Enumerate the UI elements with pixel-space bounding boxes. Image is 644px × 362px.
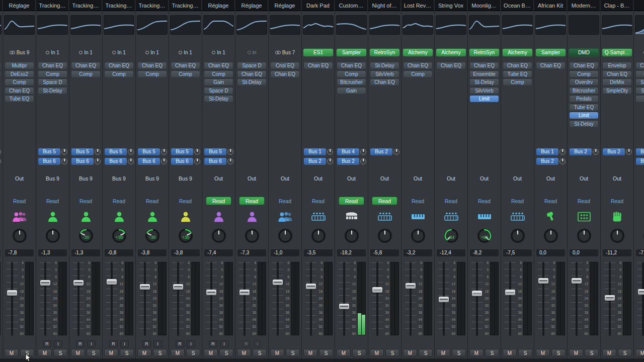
volume-readout[interactable]: -18,2: [337, 249, 366, 256]
solo-button[interactable]: S: [319, 349, 333, 357]
pan-knob[interactable]: +30: [169, 227, 202, 244]
solo-button[interactable]: S: [385, 349, 399, 357]
input-monitor-button[interactable]: I: [120, 340, 129, 347]
send-bus-label[interactable]: Bus 1: [536, 148, 558, 155]
insert-slot[interactable]: St-Delay: [237, 79, 266, 85]
send-bus-label[interactable]: Bus 6: [138, 158, 160, 165]
record-enable-button[interactable]: R: [176, 340, 184, 347]
volume-fader[interactable]: [471, 260, 483, 339]
volume-fader[interactable]: [405, 260, 417, 339]
insert-slot[interactable]: Chan EQ: [470, 62, 499, 69]
pan-knob[interactable]: [601, 227, 633, 244]
record-enable-button[interactable]: R: [242, 340, 251, 347]
send-bus-label[interactable]: Bus 6: [171, 158, 193, 165]
send-level-knob[interactable]: [194, 158, 200, 164]
volume-fader[interactable]: [172, 260, 184, 339]
send-slot[interactable]: Bus 2: [370, 148, 399, 155]
input-slot[interactable]: Alchemy: [403, 49, 433, 56]
record-enable-button[interactable]: R: [76, 340, 85, 347]
send-level-knob[interactable]: [227, 149, 233, 155]
input-monitor-button[interactable]: I: [253, 340, 262, 347]
volume-fader[interactable]: [305, 260, 317, 339]
mute-button[interactable]: M: [536, 349, 550, 357]
track-name[interactable]: Réglage: [235, 0, 268, 11]
pan-knob[interactable]: [3, 227, 36, 244]
input-slot[interactable]: Sampler: [337, 49, 366, 56]
volume-readout[interactable]: -2,5: [0, 249, 1, 256]
insert-slot[interactable]: Chan EQ: [271, 71, 299, 77]
input-monitor-button[interactable]: I: [220, 340, 228, 347]
insert-slot[interactable]: St-Delay: [204, 96, 233, 102]
send-level-knob[interactable]: [128, 149, 134, 155]
insert-slot[interactable]: Chan EQ: [0, 62, 1, 69]
insert-slot[interactable]: Chan EQ: [636, 62, 644, 69]
insert-slot[interactable]: Comp: [105, 71, 133, 77]
track-name[interactable]: Réglage: [202, 0, 235, 11]
send-slot[interactable]: Bus 2: [536, 158, 566, 165]
automation-mode-button[interactable]: Read: [372, 197, 397, 205]
volume-readout[interactable]: 0,0: [536, 249, 565, 256]
send-bus-label[interactable]: Bus 1: [304, 148, 326, 155]
insert-slot[interactable]: Space D: [38, 79, 67, 85]
solo-button[interactable]: S: [352, 349, 366, 357]
output-slot[interactable]: Out: [635, 174, 644, 182]
mute-button[interactable]: M: [104, 349, 118, 357]
eq-display[interactable]: [469, 15, 500, 35]
send-slot[interactable]: Bus 1: [536, 148, 566, 155]
volume-readout[interactable]: -11,2: [603, 249, 631, 256]
insert-slot[interactable]: Pedals: [570, 96, 598, 102]
volume-readout[interactable]: -7,4: [204, 249, 233, 256]
track-name[interactable]: Tracking…: [0, 0, 3, 11]
output-slot[interactable]: Out: [469, 174, 499, 182]
mute-button[interactable]: M: [204, 349, 218, 357]
input-slot[interactable]: In 1: [104, 49, 134, 56]
insert-slot[interactable]: Comp: [503, 79, 532, 85]
track-name[interactable]: Tracking…: [169, 0, 202, 11]
automation-mode-button[interactable]: Read: [472, 197, 497, 205]
send-bus-label[interactable]: Bus 2: [304, 158, 326, 165]
eq-display[interactable]: [170, 15, 201, 35]
eq-display[interactable]: [70, 15, 101, 35]
volume-readout[interactable]: -0,8: [105, 249, 133, 256]
track-name[interactable]: Modern…: [568, 0, 600, 11]
eq-display[interactable]: [104, 15, 134, 35]
insert-slot[interactable]: Multipr: [5, 62, 34, 69]
fader-cap[interactable]: [638, 289, 644, 295]
send-bus-label[interactable]: Bus 2: [570, 148, 592, 155]
solo-button[interactable]: S: [87, 349, 101, 357]
output-slot[interactable]: Out: [569, 174, 599, 182]
insert-slot[interactable]: SilvVerb: [636, 87, 644, 94]
insert-slot[interactable]: Ensemble: [470, 71, 499, 77]
eq-display[interactable]: [236, 15, 267, 35]
solo-button[interactable]: S: [485, 349, 499, 357]
send-bus-label[interactable]: Bus 6: [71, 158, 94, 165]
automation-mode-button[interactable]: Read: [107, 197, 131, 205]
eq-display[interactable]: [203, 15, 234, 35]
pan-knob[interactable]: [634, 227, 644, 244]
fader-cap[interactable]: [505, 290, 515, 295]
pan-knob[interactable]: +63: [468, 227, 501, 244]
pan-knob[interactable]: [401, 227, 434, 244]
insert-slot[interactable]: DirMix: [603, 79, 631, 85]
keys-icon[interactable]: [468, 207, 501, 227]
eq-display[interactable]: [37, 15, 68, 35]
mute-button[interactable]: M: [337, 349, 351, 357]
output-slot[interactable]: Bus 9: [0, 174, 1, 182]
insert-slot[interactable]: St-Delay: [636, 79, 644, 85]
fader-cap[interactable]: [605, 295, 615, 301]
insert-slot[interactable]: Space D: [237, 62, 266, 69]
insert-slot[interactable]: Chan EQ: [5, 87, 34, 94]
fader-cap[interactable]: [140, 284, 150, 290]
pan-knob[interactable]: [269, 227, 301, 244]
automation-mode-button[interactable]: Read: [7, 197, 32, 205]
record-enable-button[interactable]: R: [109, 340, 118, 347]
fader-cap[interactable]: [173, 284, 183, 290]
send-slot[interactable]: Bus 2: [570, 148, 599, 155]
volume-fader[interactable]: [537, 260, 549, 339]
insert-slot[interactable]: St-Delay: [38, 87, 67, 94]
track-name[interactable]: Night of…: [368, 0, 401, 11]
volume-fader[interactable]: [637, 260, 644, 339]
mute-button[interactable]: M: [469, 349, 484, 357]
mute-button[interactable]: M: [503, 349, 517, 357]
input-slot[interactable]: Q-Sampl…: [602, 49, 632, 56]
